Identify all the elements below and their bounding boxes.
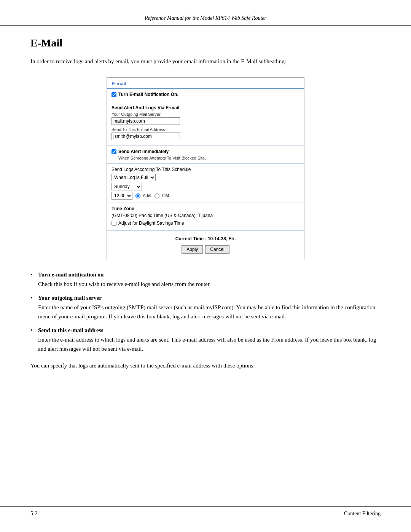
day-select-row: Sunday Monday Tuesday Wednesday Thursday… — [112, 183, 299, 190]
notification-label: Turn E-mail Notification On. — [118, 92, 178, 97]
bullet-title-3: Send to this e-mail address — [38, 327, 381, 334]
schedule-select[interactable]: When Log is Full Hourly Daily Weekly — [112, 174, 156, 181]
send-alert-label: Send Alert Immediately — [118, 149, 169, 154]
page-footer: 5-2 Content Filtering — [0, 506, 411, 521]
main-content: E-Mail In order to receive logs and aler… — [0, 37, 411, 370]
bullet-item-3: Send to this e-mail address Enter the e-… — [30, 327, 381, 353]
footer-left: 5-2 — [30, 511, 38, 517]
daylight-savings-checkbox[interactable] — [112, 221, 116, 226]
email-panel: E-mail Turn E-mail Notification On. Send… — [107, 77, 304, 260]
closing-paragraph: You can specify that logs are automatica… — [30, 361, 381, 370]
bullet-item-2: Your outgoing mail server Enter the name… — [30, 295, 381, 321]
bullet-item-1: Turn e-mail notification on Check this b… — [30, 272, 381, 289]
outgoing-server-row: Your Outgoing Mail Server: — [112, 112, 299, 125]
day-select[interactable]: Sunday Monday Tuesday Wednesday Thursday… — [112, 183, 142, 190]
panel-title: E-mail — [107, 78, 304, 89]
timezone-label: Time Zone — [112, 206, 134, 211]
pm-label: P.M. — [162, 193, 170, 198]
daylight-savings-label: Adjust for Daylight Savings Time — [118, 220, 184, 226]
current-time-section: Current Time : 10:14:38, Fri. Apply Canc… — [107, 231, 304, 260]
am-radio[interactable] — [135, 193, 140, 198]
schedule-select-row: When Log is Full Hourly Daily Weekly — [112, 174, 299, 181]
notification-checkbox-row[interactable]: Turn E-mail Notification On. — [112, 92, 299, 97]
bullet-text-1: Check this box if you wish to receive e-… — [38, 281, 211, 287]
bullet-title-2: Your outgoing mail server — [38, 295, 381, 301]
header-text: Reference Manual for the Model RP614 Web… — [30, 15, 381, 21]
am-label: A.M. — [143, 193, 152, 198]
cancel-button[interactable]: Cancel — [205, 245, 229, 254]
send-to-row: Send To This E-mail Address: — [112, 127, 299, 140]
schedule-section: Send Logs According To This Schedule Whe… — [107, 164, 304, 203]
button-row: Apply Cancel — [112, 243, 299, 257]
send-section: Send Alert And Logs Via E-mail Your Outg… — [107, 102, 304, 146]
ampm-group: A.M. P.M. — [135, 193, 170, 198]
intro-paragraph: In order to receive logs and alerts by e… — [30, 57, 381, 66]
bullet-text-2: Enter the name of your ISP's outgoing (S… — [38, 304, 375, 320]
bullet-title-1: Turn e-mail notification on — [38, 272, 381, 278]
schedule-label: Send Logs According To This Schedule — [112, 167, 299, 172]
alert-section: Send Alert Immediately When Someone Atte… — [107, 146, 304, 164]
page-header: Reference Manual for the Model RP614 Web… — [0, 0, 411, 26]
time-row: 12:00 1:00 2:00 A.M. P.M. — [112, 192, 299, 200]
daylight-savings-row[interactable]: Adjust for Daylight Savings Time — [112, 220, 299, 226]
send-alert-description: When Someone Attempts To Visit Blocked S… — [112, 156, 299, 160]
bullet-text-3: Enter the e-mail address to which logs a… — [38, 337, 376, 352]
time-select[interactable]: 12:00 1:00 2:00 — [112, 192, 132, 200]
outgoing-server-input[interactable] — [112, 117, 180, 125]
send-to-label: Send To This E-mail Address: — [112, 127, 299, 132]
timezone-section: Time Zone (GMT-08:00) Pacific Time (US &… — [107, 203, 304, 231]
send-to-input[interactable] — [112, 133, 180, 140]
page-title: E-Mail — [30, 37, 381, 49]
outgoing-server-label: Your Outgoing Mail Server: — [112, 112, 299, 117]
bullet-section: Turn e-mail notification on Check this b… — [30, 272, 381, 353]
pm-radio[interactable] — [155, 193, 159, 198]
send-alert-checkbox-row[interactable]: Send Alert Immediately — [112, 149, 299, 154]
page-wrapper: Reference Manual for the Model RP614 Web… — [0, 0, 411, 532]
notification-checkbox[interactable] — [112, 92, 116, 97]
current-time: Current Time : 10:14:38, Fri. — [112, 234, 299, 243]
send-alert-checkbox[interactable] — [112, 149, 116, 154]
apply-button[interactable]: Apply — [182, 245, 203, 254]
timezone-value: (GMT-08:00) Pacific Time (US & Canada); … — [112, 213, 299, 218]
send-section-title: Send Alert And Logs Via E-mail — [112, 105, 299, 110]
notification-section: Turn E-mail Notification On. — [107, 89, 304, 102]
footer-right: Content Filtering — [344, 511, 381, 517]
